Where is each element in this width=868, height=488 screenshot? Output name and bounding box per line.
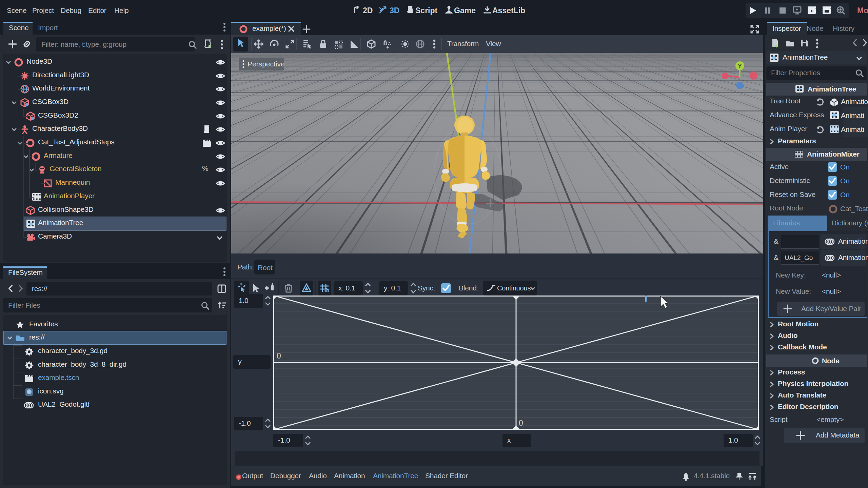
svg-text:Y: Y	[738, 63, 742, 69]
svg-text:Perspective: Perspective	[248, 60, 285, 68]
svg-text:0: 0	[519, 419, 523, 427]
svg-text:0: 0	[277, 351, 281, 360]
